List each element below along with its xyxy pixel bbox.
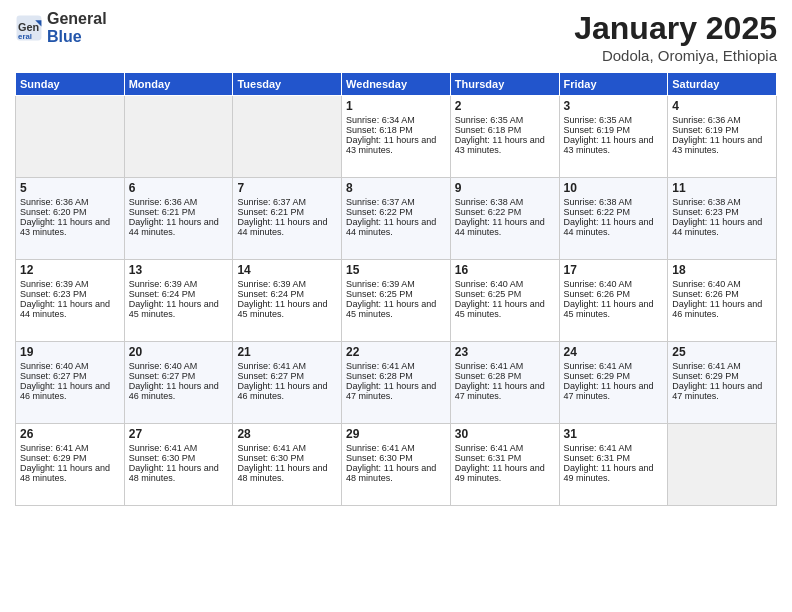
week-row: 12Sunrise: 6:39 AMSunset: 6:23 PMDayligh… [16, 260, 777, 342]
weekday-header: Thursday [450, 73, 559, 96]
sunrise: Sunrise: 6:35 AM [455, 115, 524, 125]
day-cell: 6Sunrise: 6:36 AMSunset: 6:21 PMDaylight… [124, 178, 233, 260]
sunrise: Sunrise: 6:41 AM [564, 443, 633, 453]
week-row: 26Sunrise: 6:41 AMSunset: 6:29 PMDayligh… [16, 424, 777, 506]
sunset: Sunset: 6:31 PM [564, 453, 631, 463]
day-cell: 7Sunrise: 6:37 AMSunset: 6:21 PMDaylight… [233, 178, 342, 260]
sunrise: Sunrise: 6:41 AM [129, 443, 198, 453]
sunrise: Sunrise: 6:41 AM [237, 361, 306, 371]
week-row: 19Sunrise: 6:40 AMSunset: 6:27 PMDayligh… [16, 342, 777, 424]
daylight: Daylight: 11 hours and 44 minutes. [129, 217, 219, 237]
day-cell: 31Sunrise: 6:41 AMSunset: 6:31 PMDayligh… [559, 424, 668, 506]
day-number: 4 [672, 99, 772, 113]
day-cell: 9Sunrise: 6:38 AMSunset: 6:22 PMDaylight… [450, 178, 559, 260]
sunset: Sunset: 6:22 PM [455, 207, 522, 217]
header: Gen eral General Blue January 2025 Dodol… [15, 10, 777, 64]
daylight: Daylight: 11 hours and 47 minutes. [564, 381, 654, 401]
sunset: Sunset: 6:19 PM [564, 125, 631, 135]
sunrise: Sunrise: 6:36 AM [672, 115, 741, 125]
daylight: Daylight: 11 hours and 48 minutes. [346, 463, 436, 483]
day-number: 28 [237, 427, 337, 441]
sunrise: Sunrise: 6:38 AM [672, 197, 741, 207]
sunset: Sunset: 6:28 PM [346, 371, 413, 381]
daylight: Daylight: 11 hours and 48 minutes. [20, 463, 110, 483]
month-title: January 2025 [574, 10, 777, 47]
day-cell: 10Sunrise: 6:38 AMSunset: 6:22 PMDayligh… [559, 178, 668, 260]
day-number: 7 [237, 181, 337, 195]
sunrise: Sunrise: 6:38 AM [455, 197, 524, 207]
weekday-header: Saturday [668, 73, 777, 96]
day-cell: 29Sunrise: 6:41 AMSunset: 6:30 PMDayligh… [342, 424, 451, 506]
day-cell: 5Sunrise: 6:36 AMSunset: 6:20 PMDaylight… [16, 178, 125, 260]
sunrise: Sunrise: 6:41 AM [672, 361, 741, 371]
day-number: 17 [564, 263, 664, 277]
day-number: 24 [564, 345, 664, 359]
daylight: Daylight: 11 hours and 43 minutes. [20, 217, 110, 237]
day-number: 20 [129, 345, 229, 359]
day-number: 31 [564, 427, 664, 441]
day-cell: 20Sunrise: 6:40 AMSunset: 6:27 PMDayligh… [124, 342, 233, 424]
week-row: 1Sunrise: 6:34 AMSunset: 6:18 PMDaylight… [16, 96, 777, 178]
day-cell: 8Sunrise: 6:37 AMSunset: 6:22 PMDaylight… [342, 178, 451, 260]
daylight: Daylight: 11 hours and 46 minutes. [129, 381, 219, 401]
day-number: 22 [346, 345, 446, 359]
sunset: Sunset: 6:27 PM [129, 371, 196, 381]
sunset: Sunset: 6:21 PM [237, 207, 304, 217]
title-block: January 2025 Dodola, Oromiya, Ethiopia [574, 10, 777, 64]
daylight: Daylight: 11 hours and 44 minutes. [455, 217, 545, 237]
daylight: Daylight: 11 hours and 48 minutes. [237, 463, 327, 483]
sunset: Sunset: 6:25 PM [346, 289, 413, 299]
sunset: Sunset: 6:24 PM [237, 289, 304, 299]
sunset: Sunset: 6:21 PM [129, 207, 196, 217]
sunrise: Sunrise: 6:41 AM [564, 361, 633, 371]
sunrise: Sunrise: 6:41 AM [346, 361, 415, 371]
sunrise: Sunrise: 6:39 AM [20, 279, 89, 289]
daylight: Daylight: 11 hours and 49 minutes. [455, 463, 545, 483]
sunset: Sunset: 6:18 PM [346, 125, 413, 135]
daylight: Daylight: 11 hours and 47 minutes. [455, 381, 545, 401]
day-number: 19 [20, 345, 120, 359]
day-number: 2 [455, 99, 555, 113]
daylight: Daylight: 11 hours and 44 minutes. [20, 299, 110, 319]
day-cell: 25Sunrise: 6:41 AMSunset: 6:29 PMDayligh… [668, 342, 777, 424]
daylight: Daylight: 11 hours and 46 minutes. [237, 381, 327, 401]
day-number: 16 [455, 263, 555, 277]
sunrise: Sunrise: 6:39 AM [129, 279, 198, 289]
sunset: Sunset: 6:29 PM [20, 453, 87, 463]
daylight: Daylight: 11 hours and 44 minutes. [564, 217, 654, 237]
day-number: 6 [129, 181, 229, 195]
sunrise: Sunrise: 6:40 AM [20, 361, 89, 371]
day-number: 26 [20, 427, 120, 441]
day-cell: 28Sunrise: 6:41 AMSunset: 6:30 PMDayligh… [233, 424, 342, 506]
logo-blue: Blue [47, 28, 82, 45]
day-number: 23 [455, 345, 555, 359]
sunrise: Sunrise: 6:40 AM [564, 279, 633, 289]
sunset: Sunset: 6:30 PM [346, 453, 413, 463]
day-cell: 22Sunrise: 6:41 AMSunset: 6:28 PMDayligh… [342, 342, 451, 424]
daylight: Daylight: 11 hours and 43 minutes. [455, 135, 545, 155]
day-number: 29 [346, 427, 446, 441]
day-number: 25 [672, 345, 772, 359]
day-number: 13 [129, 263, 229, 277]
sunrise: Sunrise: 6:38 AM [564, 197, 633, 207]
daylight: Daylight: 11 hours and 43 minutes. [564, 135, 654, 155]
sunrise: Sunrise: 6:37 AM [237, 197, 306, 207]
daylight: Daylight: 11 hours and 46 minutes. [672, 299, 762, 319]
day-cell: 3Sunrise: 6:35 AMSunset: 6:19 PMDaylight… [559, 96, 668, 178]
sunset: Sunset: 6:27 PM [20, 371, 87, 381]
sunrise: Sunrise: 6:36 AM [129, 197, 198, 207]
sunrise: Sunrise: 6:40 AM [672, 279, 741, 289]
sunset: Sunset: 6:18 PM [455, 125, 522, 135]
day-cell: 11Sunrise: 6:38 AMSunset: 6:23 PMDayligh… [668, 178, 777, 260]
week-row: 5Sunrise: 6:36 AMSunset: 6:20 PMDaylight… [16, 178, 777, 260]
day-cell: 4Sunrise: 6:36 AMSunset: 6:19 PMDaylight… [668, 96, 777, 178]
daylight: Daylight: 11 hours and 44 minutes. [672, 217, 762, 237]
logo-icon: Gen eral [15, 14, 43, 42]
daylight: Daylight: 11 hours and 47 minutes. [672, 381, 762, 401]
daylight: Daylight: 11 hours and 45 minutes. [455, 299, 545, 319]
daylight: Daylight: 11 hours and 45 minutes. [564, 299, 654, 319]
sunset: Sunset: 6:19 PM [672, 125, 739, 135]
sunrise: Sunrise: 6:40 AM [455, 279, 524, 289]
sunset: Sunset: 6:29 PM [564, 371, 631, 381]
day-cell: 2Sunrise: 6:35 AMSunset: 6:18 PMDaylight… [450, 96, 559, 178]
